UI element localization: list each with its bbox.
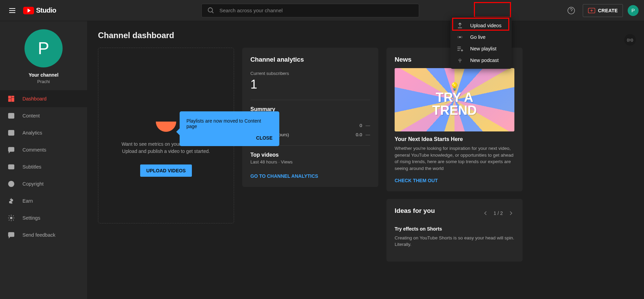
sidebar-label: Comments: [22, 147, 46, 153]
menu-playlist-label: New playlist: [470, 46, 496, 51]
search-wrap: [56, 4, 564, 17]
youtube-studio-logo[interactable]: Studio: [23, 6, 56, 14]
menu-upload-label: Upload videos: [470, 23, 501, 28]
search-icon: [207, 7, 215, 14]
news-title: Your Next Idea Starts Here: [395, 136, 514, 142]
menu-new-podcast[interactable]: New podcast: [450, 54, 512, 66]
svg-rect-8: [9, 99, 11, 101]
subscribers-value: 1: [250, 77, 370, 92]
ideas-body: Creating on YouTube Shorts is so easy yo…: [395, 235, 514, 248]
menu-button[interactable]: [5, 4, 19, 17]
sidebar-label: Subtitles: [22, 164, 42, 170]
ideas-heading: Ideas for you: [395, 207, 435, 215]
upload-icon: [457, 22, 463, 29]
create-dropdown: Upload videos Go live New playlist New p…: [450, 17, 512, 69]
sidebar-item-content[interactable]: Content: [0, 107, 87, 124]
svg-point-3: [459, 36, 461, 38]
svg-rect-5: [9, 96, 11, 98]
help-icon: [567, 6, 575, 15]
dashboard-icon: [7, 95, 15, 103]
news-link[interactable]: CHECK THEM OUT: [395, 178, 514, 183]
channel-name: Prachi: [0, 79, 87, 84]
svg-rect-12: [9, 165, 14, 169]
news-thumbnail[interactable]: 💡TRY ATREND: [395, 68, 514, 131]
feedback-icon: [7, 231, 15, 239]
page-title: Channel dashboard: [98, 31, 633, 40]
sidebar: P Your channel Prachi Dashboard Content …: [0, 21, 87, 299]
subtitles-icon: [7, 163, 15, 171]
sidebar-item-feedback[interactable]: Send feedback: [0, 226, 87, 243]
news-card: News 💡TRY ATREND Your Next Idea Starts H…: [386, 48, 523, 191]
ideas-subtitle: Try effects on Shorts: [395, 226, 514, 232]
ideas-header: Ideas for you 1 / 2: [395, 207, 514, 219]
chevron-left-icon[interactable]: [482, 210, 489, 217]
menu-go-live[interactable]: Go live: [450, 31, 512, 43]
top-videos-title: Top videos: [250, 152, 370, 158]
search-box[interactable]: [201, 4, 419, 17]
chevron-right-icon[interactable]: [508, 210, 514, 217]
logo-text: Studio: [36, 6, 56, 14]
dash-icon: —: [366, 132, 370, 137]
sidebar-item-analytics[interactable]: Analytics: [0, 124, 87, 141]
tooltip-close-button[interactable]: CLOSE: [186, 135, 273, 141]
your-channel-label: Your channel: [0, 72, 87, 78]
divider: [250, 100, 370, 100]
subscribers-label: Current subscribers: [250, 71, 370, 76]
sidebar-label: Content: [22, 113, 40, 119]
sidebar-item-comments[interactable]: Comments: [0, 141, 87, 158]
sidebar-item-subtitles[interactable]: Subtitles: [0, 158, 87, 175]
content-icon: [7, 112, 15, 120]
go-to-analytics-link[interactable]: GO TO CHANNEL ANALYTICS: [250, 173, 370, 179]
news-body: Whether you're looking for inspiration f…: [395, 145, 514, 172]
channel-header: P Your channel Prachi: [0, 21, 87, 90]
layout: P Your channel Prachi Dashboard Content …: [0, 21, 644, 299]
main-content: Channel dashboard Want to see metrics on…: [87, 21, 644, 299]
sidebar-label: Analytics: [22, 130, 42, 136]
play-icon: [23, 7, 34, 14]
svg-point-0: [208, 7, 213, 12]
analytics-title: Channel analytics: [250, 56, 370, 63]
svg-rect-7: [12, 98, 14, 101]
playlist-tooltip: Playlists are now moved to Content page …: [180, 111, 279, 146]
svg-point-14: [10, 217, 12, 219]
sidebar-item-dashboard[interactable]: Dashboard: [0, 90, 87, 107]
create-button[interactable]: CREATE: [583, 4, 623, 17]
header: Studio CREATE P: [0, 0, 644, 21]
ideas-card: Ideas for you 1 / 2 Try effects on Short…: [386, 199, 523, 262]
gear-icon: [7, 214, 15, 222]
playlist-icon: [457, 45, 463, 52]
upload-videos-button[interactable]: UPLOAD VIDEOS: [140, 164, 192, 177]
analytics-icon: [7, 129, 15, 137]
watch-value: 0.0: [356, 132, 362, 137]
podcast-icon: [457, 57, 463, 64]
svg-rect-11: [9, 147, 14, 152]
sidebar-label: Copyright: [22, 181, 44, 187]
search-input[interactable]: [219, 7, 413, 13]
help-button[interactable]: [564, 4, 578, 17]
menu-new-playlist[interactable]: New playlist: [450, 43, 512, 54]
menu-upload-videos[interactable]: Upload videos: [450, 20, 512, 31]
create-label: CREATE: [598, 8, 618, 13]
dash-icon: —: [366, 123, 370, 128]
pager-text: 1 / 2: [494, 210, 503, 216]
cards-row: Want to see metrics on your recent video…: [98, 48, 633, 262]
tooltip-text: Playlists are now moved to Content page: [186, 118, 273, 129]
upload-text-2: Upload and publish a video to get starte…: [122, 148, 210, 155]
profile-avatar[interactable]: P: [628, 5, 639, 16]
sidebar-label: Earn: [22, 198, 33, 204]
sidebar-item-copyright[interactable]: Copyright: [0, 175, 87, 192]
views-value: 0: [360, 123, 362, 128]
sidebar-item-earn[interactable]: Earn: [0, 192, 87, 209]
header-right: CREATE P: [564, 4, 639, 17]
right-column: News 💡TRY ATREND Your Next Idea Starts H…: [386, 48, 523, 262]
live-icon: [457, 34, 463, 41]
svg-rect-6: [12, 96, 14, 97]
comments-icon: [7, 146, 15, 154]
sidebar-item-settings[interactable]: Settings: [0, 209, 87, 226]
earn-icon: [7, 197, 15, 205]
svg-point-4: [459, 59, 461, 61]
sidebar-label: Dashboard: [22, 96, 47, 101]
sidebar-label: Send feedback: [22, 232, 55, 238]
channel-avatar[interactable]: P: [24, 29, 63, 67]
sidebar-label: Settings: [22, 215, 40, 221]
